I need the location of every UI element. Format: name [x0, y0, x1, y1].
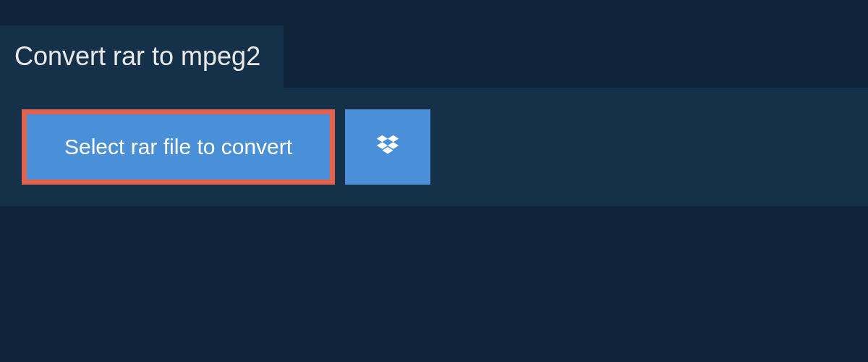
header-tab: Convert rar to mpeg2	[0, 25, 284, 88]
button-row: Select rar file to convert	[22, 109, 846, 185]
page-title: Convert rar to mpeg2	[14, 41, 260, 72]
main-panel: Select rar file to convert	[0, 88, 868, 206]
dropbox-button[interactable]	[345, 109, 430, 185]
select-file-label: Select rar file to convert	[64, 135, 292, 159]
select-file-button[interactable]: Select rar file to convert	[22, 109, 335, 185]
dropbox-icon	[374, 132, 401, 162]
